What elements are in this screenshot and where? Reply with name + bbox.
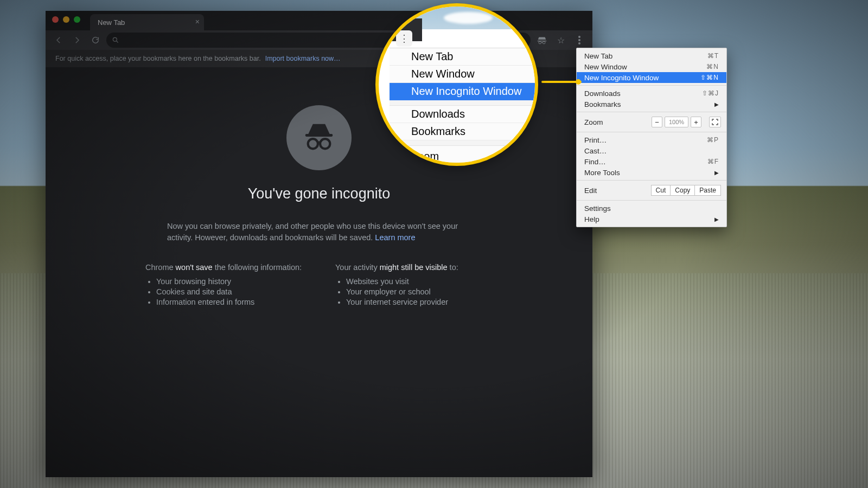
svg-point-0: [113, 37, 117, 41]
list-item: Information entered in forms: [156, 298, 303, 306]
chrome-menu: New Tab⌘T New Window⌘N New Incognito Win…: [576, 48, 727, 227]
submenu-arrow-icon: ▶: [714, 101, 719, 107]
svg-point-8: [320, 139, 330, 149]
list-item: Your employer or school: [346, 287, 493, 296]
list-item: Cookies and site data: [156, 287, 303, 296]
menu-item-downloads[interactable]: Downloads⇧⌘J: [577, 88, 726, 99]
visible-to-column: Your activity might still be visible to:…: [335, 263, 493, 308]
svg-point-7: [308, 139, 318, 149]
magnified-downloads: Downloads: [390, 106, 535, 123]
close-window-button[interactable]: [52, 16, 59, 23]
learn-more-link[interactable]: Learn more: [375, 233, 415, 242]
minimize-window-button[interactable]: [63, 16, 69, 23]
zoom-out-button[interactable]: −: [652, 117, 662, 127]
fullscreen-button[interactable]: [709, 117, 721, 127]
magnifier-lens: ⋮ New Tab New Window New Incognito Windo…: [375, 3, 538, 166]
zoom-in-button[interactable]: +: [691, 117, 701, 127]
menu-item-new-window[interactable]: New Window⌘N: [577, 61, 726, 72]
submenu-arrow-icon: ▶: [714, 216, 719, 222]
window-controls: [52, 16, 80, 23]
reload-button[interactable]: [88, 33, 103, 48]
edit-cut-button[interactable]: Cut: [651, 185, 671, 196]
submenu-arrow-icon: ▶: [714, 170, 719, 176]
edit-copy-button[interactable]: Copy: [671, 185, 695, 196]
back-button[interactable]: [51, 33, 66, 48]
bookmark-star-icon[interactable]: ☆: [553, 35, 569, 46]
bookmarks-hint: For quick access, place your bookmarks h…: [55, 55, 261, 62]
menu-item-more-tools[interactable]: More Tools▶: [577, 167, 726, 178]
incognito-heading: You've gone incognito: [46, 185, 592, 202]
svg-point-5: [578, 42, 580, 44]
tab-title: New Tab: [98, 18, 125, 27]
magnified-new-window: New Window: [390, 66, 535, 83]
callout-anchor-dot: [576, 79, 581, 85]
list-item: Websites you visit: [346, 277, 493, 286]
magnified-new-tab: New Tab: [390, 48, 535, 66]
menu-item-zoom: Zoom − 100% +: [577, 114, 726, 130]
svg-point-1: [539, 41, 541, 44]
menu-item-new-tab[interactable]: New Tab⌘T: [577, 50, 726, 61]
chrome-menu-button[interactable]: [572, 33, 587, 48]
zoom-value: 100%: [665, 117, 688, 127]
menu-item-help[interactable]: Help▶: [577, 214, 726, 224]
magnified-bookmarks: Bookmarks: [390, 123, 535, 140]
svg-rect-6: [305, 134, 333, 137]
new-tab-button[interactable]: [208, 16, 221, 29]
svg-point-3: [578, 36, 580, 38]
wont-save-column: Chrome won't save the following informat…: [145, 263, 303, 308]
incognito-indicator-icon: [536, 36, 548, 44]
forward-button[interactable]: [69, 33, 85, 48]
svg-point-4: [578, 39, 580, 41]
menu-item-edit: Edit Cut Copy Paste: [577, 183, 726, 198]
search-icon: [112, 36, 119, 44]
maximize-window-button[interactable]: [74, 16, 80, 23]
list-item: Your browsing history: [156, 277, 303, 286]
incognito-icon: [300, 119, 338, 157]
menu-item-find[interactable]: Find…⌘F: [577, 156, 726, 167]
menu-item-cast[interactable]: Cast…: [577, 145, 726, 156]
incognito-badge: [286, 105, 352, 170]
edit-paste-button[interactable]: Paste: [695, 185, 721, 196]
menu-item-print[interactable]: Print…⌘P: [577, 134, 726, 145]
import-bookmarks-link[interactable]: Import bookmarks now…: [265, 55, 341, 62]
menu-item-bookmarks[interactable]: Bookmarks▶: [577, 99, 726, 110]
incognito-description: Now you can browse privately, and other …: [167, 221, 471, 243]
menu-item-new-incognito[interactable]: New Incognito Window⇧⌘N: [577, 72, 726, 83]
svg-point-2: [542, 41, 545, 44]
menu-item-settings[interactable]: Settings: [577, 203, 726, 214]
list-item: Your internet service provider: [346, 298, 493, 306]
magnified-new-incognito: New Incognito Window: [390, 83, 535, 100]
tab-new-tab[interactable]: New Tab ×: [90, 14, 204, 30]
magnified-menu-button-icon: ⋮: [396, 30, 412, 47]
close-tab-icon[interactable]: ×: [195, 18, 200, 25]
